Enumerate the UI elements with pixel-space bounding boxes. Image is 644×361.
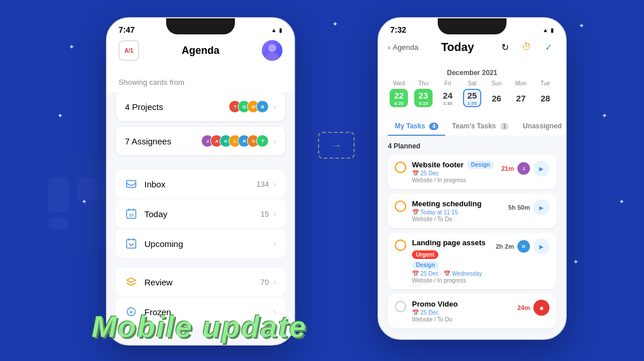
left-phone-agenda: 7:47 ▲ ▮ A/1 Agenda Showing cards from 4… xyxy=(106,17,295,346)
calendar-section: December 2021 Wed 22 6:20 Thu 23 5:15 xyxy=(379,66,566,113)
task-item-landing-page[interactable]: Landing page assets Urgent Design 📅 25 D… xyxy=(388,233,556,289)
av-7: T xyxy=(256,135,269,147)
check-icon[interactable]: ✓ xyxy=(540,39,556,55)
svg-point-5 xyxy=(265,53,279,61)
arrow-connector: → xyxy=(318,17,355,159)
right-phone-time: 7:32 xyxy=(390,25,406,34)
avatar-4: B xyxy=(256,100,269,113)
agenda-logo: A/1 xyxy=(119,40,139,61)
day-name: Sat xyxy=(468,80,477,87)
back-chevron-icon: ‹ xyxy=(388,43,390,52)
task-name: Promo Video xyxy=(412,300,458,308)
day-num: 23 5:15 xyxy=(414,89,433,107)
planned-label: 4 Planned xyxy=(388,142,556,150)
clock-icon[interactable]: ⏱ xyxy=(519,39,535,55)
task-content: Promo Video 📅 25 Dec Website / To Do xyxy=(412,300,512,323)
chevron-icon: › xyxy=(273,239,276,248)
cal-day-sat[interactable]: Sat 25 1:55 xyxy=(461,80,484,107)
inbox-count: 134 xyxy=(257,180,269,189)
review-menu-item[interactable]: Review 70 › xyxy=(116,268,285,296)
svg-rect-2 xyxy=(49,218,69,229)
task-meta: 📅 25 Dec xyxy=(412,309,512,316)
cal-day-tue[interactable]: Tue 28 xyxy=(534,80,556,107)
task-name: Landing page assets xyxy=(412,238,486,247)
showing-cards-label: Showing cards from xyxy=(107,69,294,92)
urgent-tag: Urgent xyxy=(412,250,438,259)
cal-day-sun[interactable]: Sun 26 xyxy=(485,80,508,107)
task-name: Meeting scheduling xyxy=(412,199,481,208)
section-gap xyxy=(107,161,294,170)
task-circle xyxy=(395,162,406,173)
today-icon: 15 xyxy=(125,207,138,220)
task-right: 21m J ▶ xyxy=(501,160,549,176)
play-button[interactable]: ▶ xyxy=(533,238,549,254)
day-name: Wed xyxy=(393,80,405,87)
agenda-header: A/1 Agenda xyxy=(107,34,294,69)
design-tag: Design xyxy=(467,160,494,169)
cal-day-wed[interactable]: Wed 22 6:20 xyxy=(388,80,410,107)
task-item-promo-video[interactable]: Promo Video 📅 25 Dec Website / To Do 24m… xyxy=(388,294,556,328)
inbox-label: Inbox xyxy=(144,179,166,189)
teams-tasks-count: 1 xyxy=(500,123,509,130)
arrow-box: → xyxy=(318,132,355,159)
back-agenda-button[interactable]: ‹ Agenda xyxy=(388,43,418,52)
task-item-meeting-scheduling[interactable]: Meeting scheduling 📅 Today at 11:15 Webs… xyxy=(388,194,556,228)
inbox-icon xyxy=(125,178,138,190)
day-sub: 5:15 xyxy=(419,101,428,106)
day-num: 28 xyxy=(536,89,555,107)
today-label: Today xyxy=(144,209,167,219)
svg-point-4 xyxy=(268,44,276,52)
design-tag: Design xyxy=(412,261,439,269)
agenda-body: Showing cards from 4 Projects T G M B › … xyxy=(107,69,294,344)
play-button[interactable]: ▶ xyxy=(533,160,549,176)
chevron-icon: › xyxy=(273,179,276,189)
inbox-menu-item[interactable]: Inbox 134 › xyxy=(116,170,285,198)
today-right: 15 › xyxy=(261,209,276,218)
task-circle xyxy=(395,201,406,212)
task-name: Website footer xyxy=(412,160,464,169)
projects-filter-card[interactable]: 4 Projects T G M B › xyxy=(116,92,285,121)
tab-teams-tasks[interactable]: Team's Tasks 1 xyxy=(445,117,516,136)
star-decoration: ✦ xyxy=(57,112,63,120)
chevron-icon: › xyxy=(273,277,276,287)
assignees-filter-card[interactable]: 7 Assignees J A K L R S T › xyxy=(116,127,285,155)
chevron-icon: › xyxy=(273,136,276,146)
wifi-icon: ▲ xyxy=(271,27,277,33)
cal-day-fri[interactable]: Fri 24 1:30 xyxy=(437,80,459,107)
arrow-left: → xyxy=(331,139,342,152)
user-avatar[interactable] xyxy=(262,40,282,61)
left-phone-top: 7:47 ▲ ▮ xyxy=(107,18,294,34)
refresh-icon[interactable]: ↻ xyxy=(497,39,513,55)
projects-right: T G M B › xyxy=(229,100,276,113)
cal-day-thu[interactable]: Thu 23 5:15 xyxy=(413,80,435,107)
upcoming-menu-item[interactable]: Upcoming › xyxy=(116,229,285,258)
day-name: Mon xyxy=(515,80,526,87)
cal-day-mon[interactable]: Mon 27 xyxy=(510,80,532,107)
tasks-body: 4 Planned Website footer Design 📅 25 Dec… xyxy=(379,136,566,339)
task-content: Meeting scheduling 📅 Today at 11:15 Webs… xyxy=(412,199,502,222)
task-assignee-avatar: R xyxy=(517,240,530,253)
day-num: 26 xyxy=(488,89,506,107)
tab-unassigned[interactable]: Unassigned 1 xyxy=(516,117,567,136)
upcoming-right: › xyxy=(273,239,276,248)
today-count: 15 xyxy=(261,210,269,218)
task-content: Landing page assets Urgent Design 📅 25 D… xyxy=(412,238,490,284)
play-button[interactable]: ▶ xyxy=(533,199,549,215)
task-item-website-footer[interactable]: Website footer Design 📅 25 Dec Website /… xyxy=(388,155,556,189)
upcoming-label: Upcoming xyxy=(144,239,183,249)
day-sub: 6:20 xyxy=(394,101,403,106)
day-name: Fri xyxy=(445,80,451,87)
task-right: 2h 2m R ▶ xyxy=(496,238,549,254)
day-sub: 1:55 xyxy=(468,101,477,106)
tab-my-tasks[interactable]: My Tasks 4 xyxy=(388,117,445,136)
stop-button[interactable]: ■ xyxy=(533,300,549,316)
task-circle xyxy=(395,240,406,251)
task-meta2: Website / In progress xyxy=(412,177,496,183)
wifi-icon-right: ▲ xyxy=(543,27,548,33)
battery-icon-right: ▮ xyxy=(551,27,554,33)
today-menu-item[interactable]: 15 Today 15 › xyxy=(116,199,285,228)
review-right: 70 › xyxy=(261,277,276,287)
task-name-row: Meeting scheduling xyxy=(412,199,502,208)
phone-notch xyxy=(166,18,235,34)
today-left: 15 Today xyxy=(125,207,167,220)
